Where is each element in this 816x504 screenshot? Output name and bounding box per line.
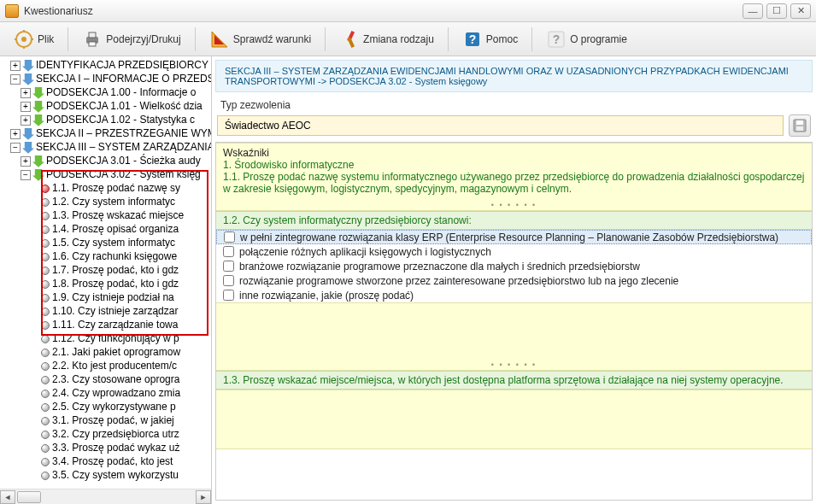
- svg-text:?: ?: [469, 32, 477, 46]
- help-label: Pomoc: [486, 33, 518, 45]
- tree-view[interactable]: +IDENTYFIKACJA PRZEDSIĘBIORCY −SEKCJA I …: [0, 56, 211, 489]
- file-button[interactable]: Plik: [7, 26, 61, 53]
- separator: [531, 27, 532, 51]
- help-book-icon: ?: [462, 29, 483, 50]
- svg-marker-9: [212, 32, 227, 47]
- tree-leaf[interactable]: 1.8. Proszę podać, kto i gdz: [0, 277, 211, 290]
- question-1-1-text: 1.1. Proszę podać nazwę systemu informat…: [223, 171, 805, 195]
- detail-panel: SEKCJA III – SYSTEM ZARZĄDZANIA EWIDENCJ…: [212, 56, 816, 504]
- checkbox-option[interactable]: w pełni zintegrowane rozwiązania klasy E…: [216, 230, 812, 244]
- tree-leaf[interactable]: 2.4. Czy wprowadzano zmia: [0, 386, 211, 400]
- help-button[interactable]: ? Pomoc: [455, 26, 525, 53]
- checkbox-option[interactable]: inne rozwiązanie, jakie (proszę podać): [216, 288, 812, 302]
- tree-leaf[interactable]: 3.5. Czy system wykorzystu: [0, 468, 211, 482]
- question-1-3-header: 1.3. Proszę wskazać miejsce/miejsca, w k…: [216, 371, 812, 390]
- tree-node[interactable]: +SEKCJA II – PRZESTRZEGANIE WYM: [0, 126, 211, 140]
- svg-rect-8: [89, 42, 96, 46]
- permission-value: Świadectwo AEOC: [217, 115, 784, 136]
- question-icon: ?: [546, 29, 567, 50]
- preview-label: Podejrzyj/Drukuj: [106, 33, 180, 45]
- svg-text:?: ?: [553, 32, 561, 46]
- svg-rect-18: [796, 120, 803, 125]
- file-label: Plik: [38, 33, 54, 45]
- save-button[interactable]: [789, 114, 811, 137]
- tree-leaf[interactable]: 1.10. Czy istnieje zarządzar: [0, 304, 211, 318]
- tree-node[interactable]: −SEKCJA I – INFORMACJE O PRZEDS: [0, 72, 211, 85]
- about-button[interactable]: ? O programie: [539, 26, 634, 53]
- section-divider: • • • • • •: [216, 360, 812, 369]
- tree-node[interactable]: +IDENTYFIKACJA PRZEDSIĘBIORCY: [0, 58, 211, 72]
- floppy-icon: [793, 119, 807, 132]
- preview-print-button[interactable]: Podejrzyj/Drukuj: [75, 26, 187, 53]
- indicator-block-3: [216, 390, 812, 449]
- checkbox-option[interactable]: połączenie różnych aplikacji księgowych …: [216, 244, 812, 259]
- scroll-left-button[interactable]: ◄: [0, 490, 15, 504]
- toolbar: Plik Podejrzyj/Drukuj Sprawdź warunki Zm…: [0, 22, 816, 56]
- tree-leaf[interactable]: 1.7. Proszę podać, kto i gdz: [0, 263, 211, 277]
- indicator-block-2: • • • • • •: [216, 302, 812, 371]
- tree-leaf[interactable]: 1.6. Czy rachunki księgowe: [0, 249, 211, 263]
- tree-leaf[interactable]: 1.9. Czy istnieje podział na: [0, 290, 211, 304]
- question-1-2-header: 1.2. Czy system informatyczny przedsiębi…: [216, 211, 812, 230]
- tree-leaf[interactable]: 1.4. Proszę opisać organiza: [0, 222, 211, 236]
- tree-node[interactable]: −SEKCJA III – SYSTEM ZARZĄDZANIA: [0, 140, 211, 154]
- app-icon: [5, 4, 19, 18]
- gear-icon: [14, 29, 34, 50]
- horizontal-scrollbar[interactable]: ◄ ►: [0, 489, 211, 504]
- tree-leaf[interactable]: 1.3. Proszę wskazać miejsce: [0, 208, 211, 222]
- window-title: Kwestionariusz: [24, 5, 743, 17]
- tree-leaf[interactable]: 3.1. Proszę podać, w jakiej: [0, 413, 211, 427]
- scroll-right-button[interactable]: ►: [196, 490, 211, 504]
- tree-leaf[interactable]: 1.5. Czy system informatyc: [0, 236, 211, 249]
- section-divider: • • • • • •: [216, 201, 812, 209]
- breadcrumb: SEKCJA III – SYSTEM ZARZĄDZANIA EWIDENCJ…: [215, 60, 813, 92]
- tree-node[interactable]: +PODSEKCJA 3.01 - Ścieżka audy: [0, 154, 211, 167]
- tree-panel: +IDENTYFIKACJA PRZEDSIĘBIORCY −SEKCJA I …: [0, 56, 212, 504]
- tree-leaf[interactable]: 2.1. Jaki pakiet oprogramow: [0, 345, 211, 359]
- svg-rect-7: [89, 32, 96, 38]
- checkbox-option[interactable]: rozwiązanie programowe stworzone przez z…: [216, 273, 812, 288]
- printer-icon: [82, 29, 103, 50]
- indicator-block-1: Wskaźniki 1. Środowisko informatyczne 1.…: [216, 143, 812, 211]
- change-label: Zmiana rodzaju: [363, 33, 434, 45]
- separator: [325, 27, 326, 51]
- minimize-button[interactable]: —: [743, 3, 763, 19]
- tree-node[interactable]: −PODSEKCJA 3.02 - System księg: [0, 167, 211, 181]
- svg-point-1: [21, 37, 26, 42]
- tree-leaf[interactable]: 2.3. Czy stosowane oprogra: [0, 372, 211, 386]
- tree-leaf[interactable]: 3.3. Proszę podać wykaz uż: [0, 441, 211, 454]
- tree-leaf[interactable]: 3.4. Proszę podać, kto jest: [0, 454, 211, 468]
- svg-rect-19: [796, 126, 803, 131]
- env-header: 1. Środowisko informatyczne: [223, 159, 805, 171]
- tree-leaf[interactable]: 1.1. Proszę podać nazwę sy: [0, 181, 211, 195]
- scroll-thumb[interactable]: [17, 491, 41, 503]
- checkbox-option[interactable]: branżowe rozwiązanie programowe przeznac…: [216, 259, 812, 273]
- question-scroll-area[interactable]: Wskaźniki 1. Środowisko informatyczne 1.…: [215, 142, 813, 501]
- change-type-button[interactable]: Zmiana rodzaju: [332, 26, 441, 53]
- separator: [68, 27, 68, 51]
- svg-rect-12: [347, 37, 355, 48]
- permission-header: Typ zezwolenia: [212, 96, 816, 113]
- tree-node[interactable]: +PODSEKCJA 1.00 - Informacje o: [0, 85, 211, 99]
- separator: [448, 27, 449, 51]
- close-button[interactable]: ✕: [790, 3, 811, 19]
- maximize-button[interactable]: ☐: [766, 3, 787, 19]
- tree-leaf[interactable]: 1.12. Czy funkcjonujący w p: [0, 331, 211, 345]
- check-conditions-button[interactable]: Sprawdź warunki: [203, 26, 318, 53]
- triangle-ruler-icon: [209, 29, 230, 50]
- tools-icon: [339, 29, 360, 50]
- about-label: O programie: [570, 33, 627, 45]
- tree-node[interactable]: +PODSEKCJA 1.01 - Wielkość dzia: [0, 99, 211, 113]
- tree-leaf[interactable]: 2.5. Czy wykorzystywane p: [0, 400, 211, 413]
- tree-leaf[interactable]: 1.11. Czy zarządzanie towa: [0, 318, 211, 331]
- tree-leaf[interactable]: 3.2. Czy przedsiębiorca utrz: [0, 427, 211, 441]
- separator: [195, 27, 196, 51]
- tree-leaf[interactable]: 2.2. Kto jest producentem/c: [0, 359, 211, 372]
- indicator-label: Wskaźniki: [223, 147, 805, 159]
- tree-node[interactable]: +PODSEKCJA 1.02 - Statystyka c: [0, 113, 211, 126]
- check-label: Sprawdź warunki: [233, 33, 311, 45]
- tree-leaf[interactable]: 1.2. Czy system informatyc: [0, 195, 211, 208]
- title-bar: Kwestionariusz — ☐ ✕: [0, 0, 816, 22]
